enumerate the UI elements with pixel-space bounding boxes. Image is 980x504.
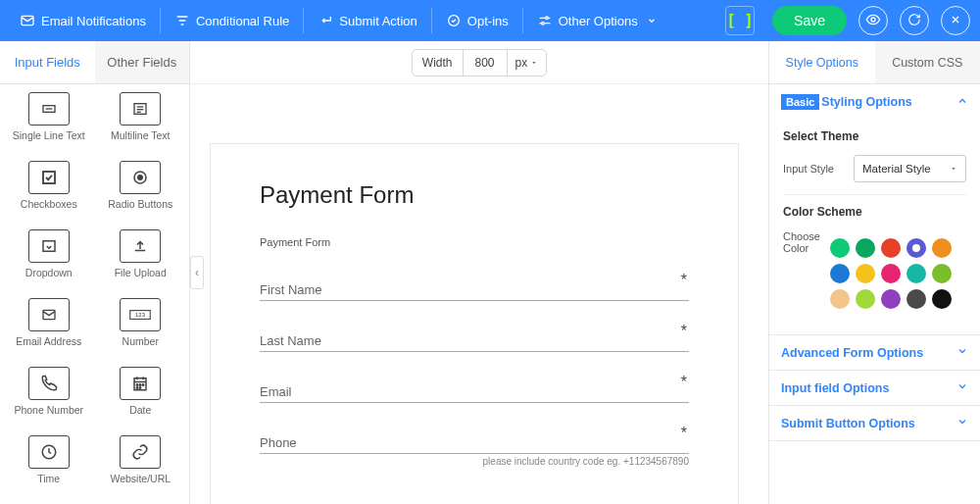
optins-button[interactable]: Opt-ins [436,0,518,41]
color-swatch[interactable] [906,238,926,258]
mail-icon [20,13,35,28]
save-button[interactable]: Save [772,6,847,35]
field-label: File Upload [115,267,167,279]
svg-point-13 [138,176,143,180]
reload-button[interactable] [900,6,929,35]
choose-color-label: Choose Color [783,230,820,254]
form-field-1[interactable]: Last Name* [260,327,689,352]
svg-point-26 [140,387,142,389]
color-swatches [830,238,966,309]
form-field-2[interactable]: Email* [260,378,689,403]
other-options-label: Other Options [559,14,638,28]
required-asterisk: * [681,323,687,340]
tab-other-fields[interactable]: Other Fields [95,41,190,83]
field-file-upload[interactable]: File Upload [98,229,184,290]
conditional-rule-label: Conditional Rule [196,14,289,28]
field-number[interactable]: 123Number [98,298,184,359]
color-scheme-heading: Color Scheme [783,205,966,219]
width-unit-select[interactable]: px [508,56,547,70]
submit-action-button[interactable]: Submit Action [308,0,427,41]
svg-text:123: 123 [135,312,145,318]
optin-icon [446,13,462,28]
preview-button[interactable] [858,6,888,35]
form-title[interactable]: Payment Form [260,181,689,209]
date-icon [120,367,161,400]
width-label: Width [413,56,463,70]
number-icon: 123 [120,298,161,331]
chevron-down-icon [956,380,968,395]
multiline-text-icon [120,92,161,126]
form-field-0[interactable]: First Name* [260,276,689,301]
select-theme-heading: Select Theme [783,129,966,143]
field-label: Website/URL [110,473,171,485]
chevron-up-icon [956,95,968,110]
field-checkboxes[interactable]: Checkboxes [6,161,92,222]
width-control: Width px [412,49,547,76]
field-label: Phone [260,435,297,450]
accordion-input-field[interactable]: Input field Options [769,371,980,405]
color-swatch[interactable] [830,264,850,283]
color-swatch[interactable] [856,264,875,283]
top-toolbar: Email Notifications Conditional Rule Sub… [0,0,980,41]
field-label: First Name [260,282,322,297]
field-radio-buttons[interactable]: Radio Buttons [98,161,184,222]
field-dropdown[interactable]: Dropdown [6,229,92,290]
color-swatch[interactable] [906,264,926,283]
close-button[interactable] [941,6,970,35]
color-swatch[interactable] [881,264,901,283]
color-swatch[interactable] [881,238,901,258]
color-swatch[interactable] [932,289,952,309]
field-time[interactable]: Time [6,435,92,496]
required-asterisk: * [681,272,687,289]
email-notifications-button[interactable]: Email Notifications [10,0,156,41]
optins-label: Opt-ins [467,14,509,28]
chevron-down-icon [644,13,660,28]
field-single-line-text[interactable]: Single Line Text [6,92,92,153]
tab-style-options[interactable]: Style Options [769,41,875,83]
field-website-url[interactable]: Website/URL [98,435,184,496]
tab-input-fields[interactable]: Input Fields [0,41,95,83]
accordion-submit-button[interactable]: Submit Button Options [769,406,980,440]
radio-buttons-icon [120,161,161,194]
file-upload-icon [120,229,161,263]
phone-number-icon [28,367,70,400]
checkboxes-icon [28,161,70,194]
accordion-advanced-form[interactable]: Advanced Form Options [769,335,980,370]
field-label: Single Line Text [13,129,85,142]
color-swatch[interactable] [932,238,952,258]
field-email-address[interactable]: Email Address [6,298,92,359]
color-swatch[interactable] [830,289,850,309]
field-label: Phone Number [14,404,83,417]
color-swatch[interactable] [881,289,901,309]
color-swatch[interactable] [906,289,926,309]
form-description[interactable]: Payment Form [260,236,689,248]
dropdown-icon [28,229,70,263]
field-label: Email [260,384,292,399]
color-swatch[interactable] [856,289,875,309]
form-canvas[interactable]: Payment Form Payment Form First Name*Las… [210,143,739,504]
form-field-3[interactable]: Phone*please include country code eg. +1… [260,428,689,467]
field-label: Email Address [16,335,81,348]
svg-rect-14 [43,241,55,252]
other-options-button[interactable]: Other Options [527,0,669,41]
time-icon [28,435,70,469]
tab-custom-css[interactable]: Custom CSS [875,41,981,83]
shortcode-button[interactable]: [ ] [725,6,755,35]
field-phone-number[interactable]: Phone Number [6,367,92,428]
color-swatch[interactable] [932,264,952,283]
form-canvas-area: ‹ Width px Payment Form Payment Form Fir… [190,41,768,504]
single-line-text-icon [28,92,70,126]
conditional-rule-button[interactable]: Conditional Rule [165,0,299,41]
field-label: Date [129,404,151,417]
field-hint: please include country code eg. +1123456… [260,456,689,467]
email-address-icon [28,298,70,331]
field-multiline-text[interactable]: Multiline Text [98,92,184,153]
color-swatch[interactable] [856,238,875,258]
field-label: Last Name [260,333,321,348]
accordion-basic-styling[interactable]: BasicStyling Options [769,84,980,120]
svg-point-25 [137,387,139,389]
field-date[interactable]: Date [98,367,184,428]
input-style-select[interactable]: Material Style [854,155,966,182]
width-input[interactable] [463,50,508,76]
color-swatch[interactable] [830,238,850,258]
